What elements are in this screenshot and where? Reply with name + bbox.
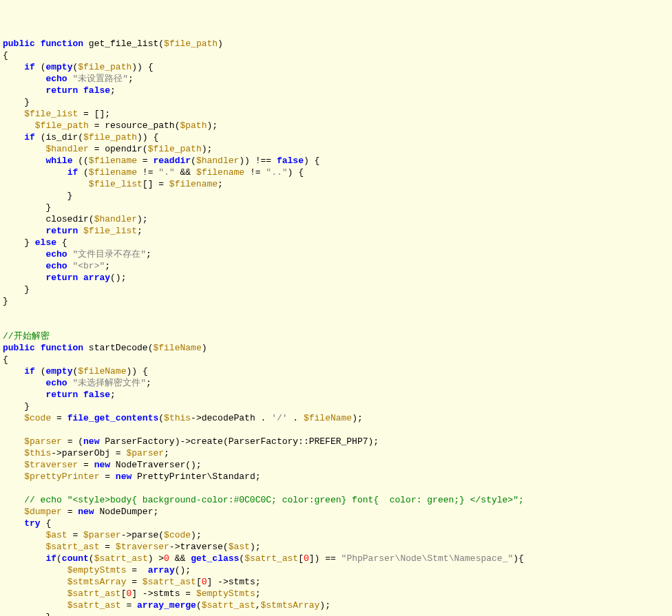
text: ]) == [309, 553, 342, 564]
code-line: echo "文件目录不存在"; [3, 249, 151, 259]
paren: ( [89, 553, 94, 564]
variable: $ast [45, 530, 67, 540]
paren: ( [196, 600, 202, 610]
paren: ( [158, 413, 164, 423]
variable: $satrt_ast [67, 588, 121, 599]
indent [3, 378, 45, 388]
keyword-echo: echo [45, 74, 67, 84]
code-line: closedir($handler); [3, 214, 148, 224]
variable: $dumper [24, 507, 62, 517]
indent [3, 62, 24, 72]
keyword-function: function [41, 343, 83, 353]
text: = [51, 413, 67, 423]
code-line: echo "未选择解密文件"; [3, 378, 151, 388]
text: ){ [513, 553, 524, 564]
variable: $file_path [35, 120, 89, 131]
variable: $fileName [304, 413, 352, 423]
variable: $parser [83, 530, 121, 540]
variable: $satrt_ast [67, 600, 121, 610]
variable: $file_path [78, 62, 132, 72]
text: = []; [78, 109, 110, 119]
variable: $path [180, 120, 207, 131]
code-line: } [3, 97, 30, 107]
code-line: } [3, 612, 51, 616]
code-line: return false; [3, 85, 116, 96]
text: ); [319, 600, 330, 610]
code-line: return false; [3, 390, 116, 400]
code-line: $file_list[] = $filename; [3, 179, 223, 189]
semi: ; [137, 226, 143, 236]
keyword-echo: echo [45, 249, 67, 259]
paren: ) [202, 343, 207, 353]
indent [3, 436, 24, 447]
variable: $filename [196, 167, 244, 178]
text: ); [250, 542, 261, 552]
indent [3, 167, 67, 178]
string: '/' [271, 413, 287, 423]
indent [3, 273, 45, 283]
variable: $fileName [78, 366, 126, 376]
variable: $satrt_ast [143, 577, 196, 587]
code-line: while (($filename = readdir($handler)) !… [3, 156, 319, 166]
variable: $ast [229, 542, 250, 552]
keyword-new: new [116, 471, 132, 482]
code-line: $satrt_ast = array_merge($satrt_ast,$stm… [3, 600, 330, 610]
indent [3, 179, 89, 189]
indent [3, 74, 45, 84]
text: = [67, 530, 83, 540]
text: )) { [132, 62, 153, 72]
text: { [41, 518, 52, 529]
variable: $satrt_ast [244, 553, 298, 564]
indent [3, 577, 67, 587]
keyword-false: false [83, 85, 110, 96]
text: ->traverse( [169, 542, 229, 552]
paren: ( [191, 156, 196, 166]
text: )) { [137, 132, 158, 142]
keyword-function: function [41, 39, 83, 49]
text: (is_dir( [35, 132, 83, 142]
keyword-return: return [45, 390, 78, 400]
text: ( [35, 62, 46, 72]
keyword-array: array [148, 565, 175, 575]
text: } [3, 237, 35, 248]
variable: $code [164, 530, 191, 540]
code-line: $handler = opendir($file_path); [3, 144, 212, 154]
variable: $emptyStmts [196, 588, 255, 599]
variable: $traverser [24, 460, 78, 470]
keyword-if: if [45, 553, 56, 564]
code-line: } [3, 296, 8, 306]
indent [3, 507, 24, 517]
text: { [56, 237, 67, 248]
code-line: return array(); [3, 273, 126, 283]
string: "." [158, 167, 174, 178]
variable: $stmtsArray [67, 577, 127, 587]
indent [3, 448, 24, 458]
keyword-new: new [78, 507, 94, 517]
code-line: } [3, 202, 51, 213]
code-line: echo "未设置路径"; [3, 74, 134, 84]
keyword-empty: empty [45, 366, 72, 376]
text: = [99, 471, 115, 482]
text: [] = [143, 179, 169, 189]
semi: ; [110, 85, 116, 96]
text: (( [72, 156, 88, 166]
semi: ; [146, 378, 151, 388]
comment-line: //开始解密 [3, 331, 50, 341]
text: ); [191, 530, 202, 540]
comment: // echo "<style>body{ background-color:#… [24, 495, 524, 505]
code-line: $stmtsArray = $satrt_ast[0] ->stmts; [3, 577, 261, 587]
string: "文件目录不存在" [72, 249, 146, 259]
variable: $satrt_ast [45, 542, 99, 552]
code-line: if ($filename != "." && $filename != "..… [3, 167, 304, 178]
text: != [244, 167, 266, 178]
text: = [137, 156, 153, 166]
keyword-return: return [45, 85, 78, 96]
code-line: $file_list = []; [3, 109, 110, 119]
indent [3, 132, 24, 142]
text: [ [196, 577, 202, 587]
paren: ( [78, 167, 89, 178]
text: . [288, 413, 304, 423]
indent [3, 366, 24, 376]
number: 0 [164, 553, 169, 564]
text: ->parserObj = [51, 448, 126, 458]
